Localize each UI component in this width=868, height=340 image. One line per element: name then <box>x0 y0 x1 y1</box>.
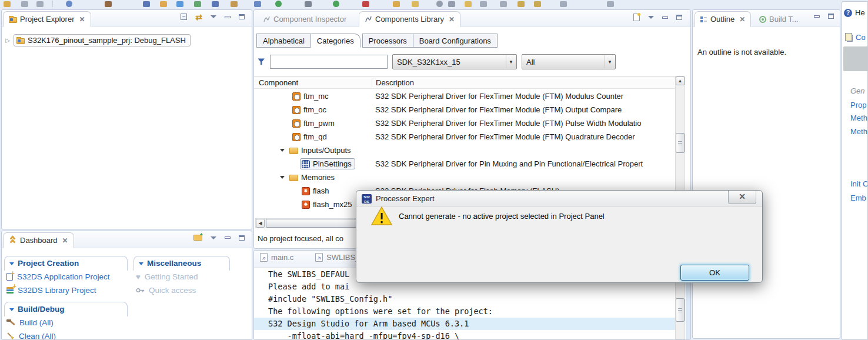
link-clean-all[interactable]: Clean (All) <box>6 332 56 340</box>
coverage-icon[interactable] <box>465 1 472 7</box>
filter-input[interactable] <box>270 55 388 69</box>
chevron-down-icon: ▼ <box>506 55 516 68</box>
table-row[interactable]: ftm_qd S32 SDK Peripheral Driver for Fle… <box>254 130 675 144</box>
link-s32ds-application-project[interactable]: S32DS Application Project <box>6 272 110 281</box>
ok-button[interactable]: OK <box>680 265 749 281</box>
link-methods-2[interactable]: Meth <box>850 127 867 136</box>
close-icon[interactable]: ✕ <box>449 15 455 24</box>
minimize-icon[interactable] <box>225 236 231 239</box>
binary-icon[interactable] <box>143 1 150 7</box>
table-row[interactable]: ftm_mc S32 SDK Peripheral Driver for Fle… <box>254 89 675 103</box>
expander-icon[interactable]: ▷ <box>4 37 11 44</box>
tab-build-targets[interactable]: Build T... <box>754 11 804 27</box>
scrollbar-thumb[interactable] <box>676 298 685 322</box>
star-icon[interactable] <box>412 1 419 7</box>
debug-person-icon[interactable] <box>305 1 312 7</box>
link-s32ds-library-project[interactable]: S32DS Library Project <box>6 286 96 295</box>
minimize-icon[interactable] <box>814 15 820 18</box>
column-description[interactable]: Description <box>372 78 414 87</box>
collapse-all-icon[interactable]: − <box>181 14 187 20</box>
tab-outline[interactable]: Outline ✕ <box>695 11 751 27</box>
tab-component-inspector[interactable]: Component Inspector <box>258 11 352 27</box>
close-icon[interactable]: ✕ <box>79 15 85 24</box>
link-quick-access[interactable]: Quick access <box>136 286 196 295</box>
open-project-icon[interactable] <box>193 235 202 241</box>
project-tree-item[interactable]: ▷ S32K176_pinout_sampple_prj: Debug_FLAS… <box>4 34 191 46</box>
minimize-icon[interactable] <box>225 16 231 18</box>
link-embedded[interactable]: Emb <box>850 194 866 202</box>
back-icon[interactable] <box>518 1 525 7</box>
new-file-icon[interactable] <box>160 1 167 7</box>
terminal-icon[interactable] <box>176 1 183 7</box>
link-getting-started[interactable]: ♥ Getting Started <box>136 272 198 281</box>
last-edit-icon[interactable] <box>607 1 614 7</box>
update-icon[interactable] <box>254 1 261 7</box>
close-icon[interactable]: ✕ <box>739 15 745 24</box>
run-icon[interactable] <box>275 1 282 7</box>
open-type-icon[interactable] <box>393 1 400 7</box>
link-build-all[interactable]: Build (All) <box>6 318 54 327</box>
next-annotation-icon[interactable] <box>560 1 567 7</box>
collapse-caret-icon[interactable] <box>9 262 14 265</box>
maximize-icon[interactable] <box>828 14 834 19</box>
table-row[interactable]: Memories <box>254 171 675 184</box>
subtab-categories[interactable]: Categories <box>311 34 360 48</box>
maximize-icon[interactable] <box>676 15 682 20</box>
tab-components-library[interactable]: Components Library ✕ <box>359 11 460 27</box>
scroll-up-icon[interactable]: ▲ <box>676 76 685 85</box>
subtab-board-configurations[interactable]: Board Configurations <box>413 34 498 48</box>
scroll-left-icon[interactable]: ◀ <box>256 219 265 228</box>
table-row[interactable]: ftm_pwm S32 SDK Peripheral Driver for Fl… <box>254 116 675 130</box>
tab-swlibs[interactable]: .h SWLIBS_ <box>315 253 359 262</box>
stop-icon[interactable] <box>362 1 369 7</box>
forward-icon[interactable] <box>534 1 541 7</box>
tab-main-c[interactable]: .c main.c <box>260 253 293 262</box>
subtab-processors[interactable]: Processors <box>362 34 413 48</box>
tab-project-explorer[interactable]: Project Explorer ✕ <box>3 11 91 27</box>
board-icon[interactable] <box>194 1 201 7</box>
table-row[interactable]: ftm_oc S32 SDK Peripheral Driver for Fle… <box>254 103 675 116</box>
dialog-close-button[interactable]: ✕ <box>728 191 756 204</box>
maximize-icon[interactable] <box>239 235 245 241</box>
view-menu-icon[interactable] <box>211 236 216 239</box>
tab-help[interactable]: ? He <box>844 8 865 17</box>
clip-icon[interactable] <box>500 1 507 7</box>
debug-config-icon[interactable] <box>66 1 72 7</box>
expander-icon[interactable] <box>280 176 285 179</box>
h-file-icon: .h <box>315 253 323 262</box>
flash-programmer-icon[interactable] <box>105 1 112 7</box>
maximize-icon[interactable] <box>239 14 245 19</box>
save-icon[interactable] <box>21 1 28 7</box>
table-row[interactable]: PinSettings S32 SDK Peripheral Driver fo… <box>254 157 675 171</box>
link-contents[interactable]: Co <box>847 33 866 42</box>
collapse-caret-icon[interactable] <box>139 262 143 265</box>
link-init[interactable]: Init C <box>850 179 868 188</box>
column-component[interactable]: Component <box>259 78 298 87</box>
minimize-icon[interactable] <box>662 16 668 19</box>
annotation-icon[interactable] <box>448 1 455 7</box>
close-icon[interactable]: ✕ <box>62 236 68 245</box>
new-folder-icon[interactable] <box>4 1 11 7</box>
scrollbar-thumb[interactable] <box>676 133 685 153</box>
resume-icon[interactable] <box>333 1 339 7</box>
separator[interactable] <box>52 1 53 7</box>
link-with-editor-icon[interactable]: ⇄ <box>195 14 202 20</box>
search-icon[interactable] <box>436 1 443 7</box>
table-row[interactable]: Inputs/Outputs <box>254 144 675 157</box>
c-file-icon[interactable] <box>212 1 219 7</box>
subtab-alphabetical[interactable]: Alphabetical <box>256 34 311 48</box>
link-properties[interactable]: Prop <box>850 101 866 109</box>
new-component-icon[interactable] <box>633 14 640 21</box>
view-menu-icon[interactable] <box>211 15 216 18</box>
package-explorer-icon[interactable] <box>231 1 238 7</box>
sdk-dropdown[interactable]: SDK_S32K1xx_15 ▼ <box>392 54 517 69</box>
view-menu-icon[interactable] <box>648 16 654 19</box>
tab-dashboard[interactable]: Dashboard ✕ <box>3 232 74 248</box>
jar-icon[interactable] <box>480 1 487 7</box>
expander-icon[interactable] <box>280 149 285 152</box>
dialog-titlebar[interactable]: S32DS Processor Expert <box>356 191 762 207</box>
collapse-caret-icon[interactable] <box>9 308 14 311</box>
save-all-icon[interactable] <box>36 1 44 7</box>
category-dropdown[interactable]: All ▼ <box>522 54 616 69</box>
link-methods-1[interactable]: Meth <box>850 114 867 122</box>
